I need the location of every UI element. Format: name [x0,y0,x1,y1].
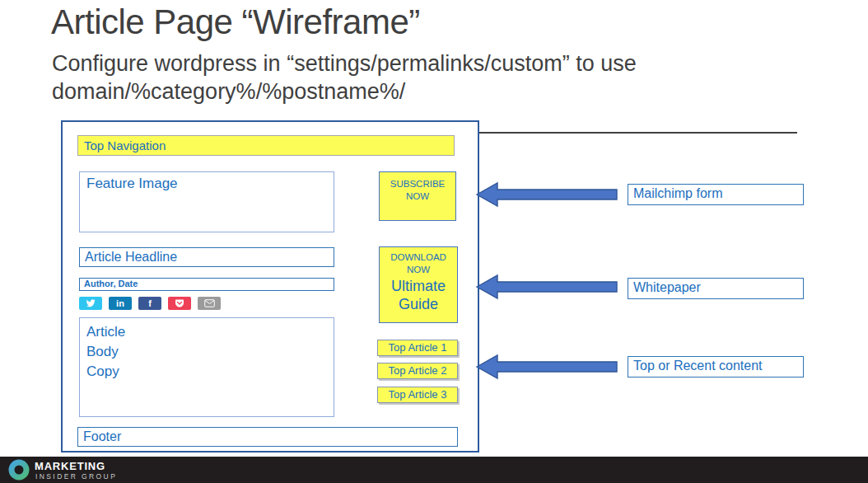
wireframe-social-share-row: in f [79,297,221,310]
brand-bar: MARKETING INSIDER GROUP [0,457,868,483]
annotation-mailchimp-form: Mailchimp form [628,184,804,205]
brand-subname: INSIDER GROUP [35,472,117,481]
marketing-insider-group-logo-icon [8,459,30,481]
annotation-whitepaper: Whitepaper [628,278,804,299]
article-body-line-2: Body [86,342,327,362]
arrow-to-subscribe [476,181,619,208]
article-body-line-3: Copy [86,362,327,382]
arrow-to-top-articles [476,354,619,380]
article-body-line-1: Article [86,322,327,342]
wireframe-download-now-button: DOWNLOAD NOW Ultimate Guide [379,246,458,323]
wireframe-article-body: Article Body Copy [79,317,334,417]
facebook-icon: f [138,297,161,310]
wireframe-top-article-2: Top Article 2 [377,363,458,379]
ultimate-guide-label: Ultimate Guide [380,277,457,313]
wireframe-top-navigation: Top Navigation [77,135,455,156]
wireframe-footer: Footer [77,427,458,447]
subtitle-line-2: domain/%category%/%postname%/ [52,77,637,106]
linkedin-icon: in [109,297,132,310]
wireframe-canvas: Top Navigation Feature Image SUBSCRIBE N… [61,120,479,453]
wireframe-author-date: Author, Date [79,278,334,291]
annotation-top-or-recent-content: Top or Recent content [628,356,804,377]
download-now-label: DOWNLOAD NOW [380,251,457,276]
slide: Article Page “Wireframe” Configure wordp… [0,0,868,483]
wireframe-article-headline: Article Headline [79,247,334,267]
divider-line [478,132,797,134]
pocket-icon [168,297,191,310]
subtitle-line-1: Configure wordpress in “settings/permali… [52,49,637,77]
twitter-icon [79,297,102,310]
page-title: Article Page “Wireframe” [51,2,420,43]
email-icon [198,297,221,310]
wireframe-subscribe-now-button: SUBSCRIBE NOW [379,171,456,221]
brand-name: MARKETING [35,460,105,472]
wireframe-top-article-3: Top Article 3 [377,387,458,403]
page-subtitle: Configure wordpress in “settings/permali… [52,49,637,106]
wireframe-feature-image: Feature Image [79,171,334,232]
wireframe-top-article-1: Top Article 1 [377,340,458,356]
arrow-to-download [476,274,619,300]
